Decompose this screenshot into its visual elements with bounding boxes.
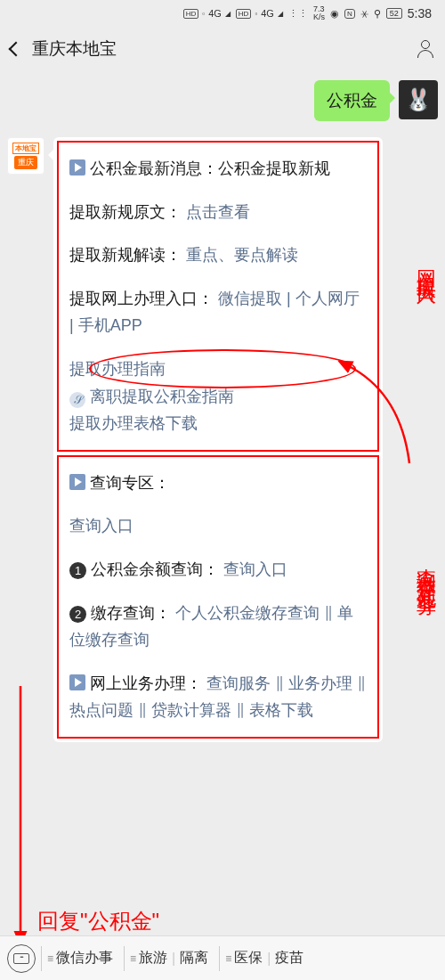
annotation-text-1: 网上提取入口: [413, 254, 440, 275]
annotation-reply-hint: 回复"公积金": [37, 907, 159, 935]
menu-lines-icon: ≡: [130, 952, 136, 965]
news-title: 公积金最新消息：公积金提取新规: [90, 159, 330, 177]
query-title: 查询专区：: [90, 474, 170, 492]
back-icon[interactable]: [9, 42, 24, 57]
incoming-bubble: 公积金最新消息：公积金提取新规 提取新规原文： 点击查看 提取新规解读： 重点、…: [53, 137, 383, 742]
play-icon: [69, 674, 85, 690]
query-entry-link[interactable]: 查询入口: [69, 517, 134, 535]
balance-query-link[interactable]: 查询入口: [223, 560, 287, 578]
info-card-1: 公积金最新消息：公积金提取新规 提取新规原文： 点击查看 提取新规解读： 重点、…: [57, 141, 379, 452]
clock: 5:38: [408, 6, 432, 20]
bottom-menu-bar: ≡ 微信办事 ≡ 旅游 | 隔离 ≡ 医保 | 疫苗: [0, 935, 445, 980]
outgoing-bubble[interactable]: 公积金: [314, 80, 390, 121]
label: 公积金余额查询：: [91, 560, 219, 578]
nav-bar: 重庆本地宝: [0, 27, 445, 71]
guide-title[interactable]: 提取办理指南: [69, 355, 367, 383]
menu-medical[interactable]: ≡ 医保 | 疫苗: [219, 946, 309, 971]
personal-portal-link[interactable]: 个人网厅: [295, 290, 360, 307]
annotation-text-2: 查询缴存等其他业务: [413, 552, 440, 584]
wifi-icon: ⋮⋮: [288, 8, 308, 20]
faq-link[interactable]: 热点问题: [69, 701, 134, 719]
view-link[interactable]: 点击查看: [186, 203, 250, 221]
chat-area: 公积金 🐰 本地宝 重庆 公积金最新消息：公积金提取新规 提取新规原文： 点击查…: [0, 71, 445, 935]
menu-lines-icon: ≡: [225, 952, 231, 965]
nfc-icon: N: [344, 9, 355, 19]
menu-lines-icon: ≡: [47, 952, 53, 965]
profile-icon[interactable]: [417, 40, 434, 58]
eye-icon: ◉: [330, 8, 339, 20]
info-card-2: 查询专区： 查询入口 1 公积金余额查询： 查询入口 2 缴存查询： 个人公积金…: [57, 455, 379, 739]
number-2-icon: 2: [69, 606, 86, 623]
personal-deposit-link[interactable]: 个人公积金缴存查询: [175, 604, 320, 622]
status-bar: HD▫ 4G◢ HD▫ 4G◢ ⋮⋮ 7.3K/s ◉ N ⚹ ⚲ 52 5:3…: [0, 0, 445, 27]
keyboard-icon[interactable]: [7, 944, 36, 973]
label: 提取新规原文：: [69, 203, 182, 221]
wechat-extract-link[interactable]: 微信提取: [218, 290, 282, 307]
outgoing-message: 公积金 🐰: [7, 80, 438, 121]
user-avatar[interactable]: 🐰: [399, 80, 438, 119]
label: 提取网上办理入口：: [69, 290, 214, 307]
form-dl-link[interactable]: 表格下载: [249, 701, 313, 719]
mobile-app-link[interactable]: 手机APP: [78, 316, 142, 334]
form-download-link[interactable]: 提取办理表格下载: [69, 410, 367, 437]
mute-icon: ⚲: [374, 8, 381, 20]
loan-calc-link[interactable]: 贷款计算器: [151, 701, 231, 719]
interpret-link[interactable]: 重点、要点解读: [186, 246, 298, 264]
battery-icon: 52: [386, 8, 402, 19]
resign-guide-link[interactable]: 离职提取公积金指南: [90, 388, 234, 405]
incoming-message: 本地宝 重庆 公积金最新消息：公积金提取新规 提取新规原文： 点击查看 提取新规…: [7, 137, 438, 742]
biz-handle-link[interactable]: 业务办理: [288, 674, 352, 692]
play-icon: [69, 159, 85, 176]
page-title: 重庆本地宝: [32, 37, 406, 61]
label: 提取新规解读：: [69, 246, 182, 264]
play-icon: [69, 474, 85, 490]
label: 缴存查询：: [91, 604, 171, 622]
bluetooth-icon: ⚹: [360, 8, 368, 20]
label: 网上业务办理：: [90, 674, 202, 692]
menu-travel[interactable]: ≡ 旅游 | 隔离: [124, 946, 214, 971]
link-icon: 𝒮: [69, 392, 85, 408]
number-1-icon: 1: [69, 562, 86, 579]
menu-wechat[interactable]: ≡ 微信办事: [41, 946, 118, 971]
bot-avatar[interactable]: 本地宝 重庆: [7, 137, 44, 175]
query-service-link[interactable]: 查询服务: [206, 674, 271, 692]
